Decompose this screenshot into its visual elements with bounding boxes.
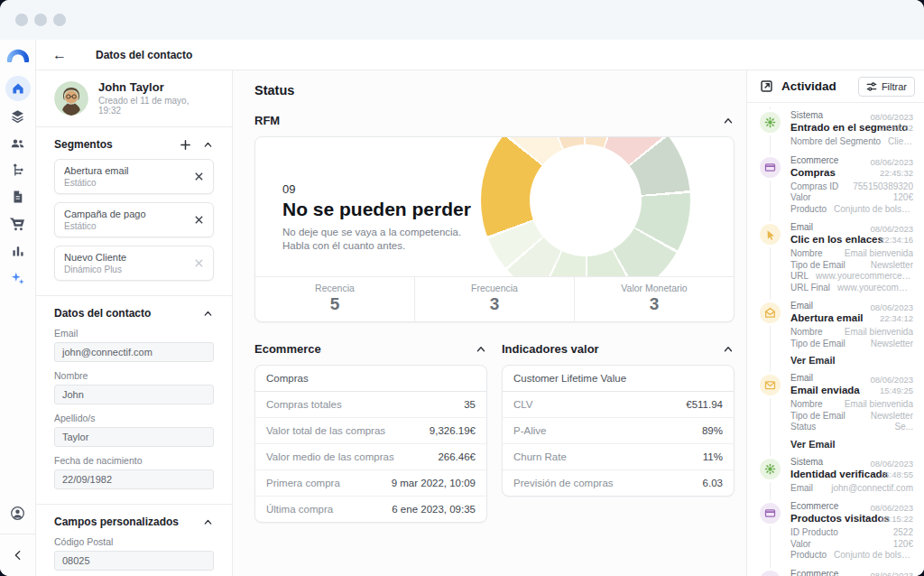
sidebar-item-ai-sparkles-icon[interactable] (5, 265, 31, 291)
rfm-segment-name: No se pueden perder (282, 199, 734, 220)
segment-name: Abertura email (64, 165, 189, 176)
filter-sliders-icon (866, 81, 877, 92)
account-icon[interactable] (5, 500, 31, 525)
rfm-stat-value: 5 (255, 294, 414, 314)
activity-item[interactable]: Sistema Entrado en el segmento 08/06/202… (760, 107, 913, 152)
sidebar-item-cart-icon[interactable] (5, 211, 31, 237)
sidebar-item-layers-icon[interactable] (5, 103, 31, 128)
segment-chip[interactable]: Abertura email Estático (54, 159, 214, 194)
rfm-stat-label: Recencia (255, 283, 414, 293)
rfm-heading: RFM (254, 114, 711, 127)
table-row: Previsión de compras 6.03 (503, 469, 734, 496)
filter-button[interactable]: Filtrar (858, 77, 915, 97)
activity-details: ID Producto 2522 Valor 120€ (790, 527, 913, 562)
activity-timestamp: 08/06/2023 15:49:25 (870, 375, 913, 396)
table-row: Valor total de las compras 9,326.19€ (255, 417, 486, 443)
purchases-table: Compras Compras totales 35 (254, 365, 487, 523)
activity-detail-row: Email john@connectif.com (790, 483, 913, 495)
field-input[interactable]: john@connectif.com (54, 342, 214, 362)
page-header: ← Datos del contacto (36, 40, 924, 70)
segment-chip[interactable]: Nuevo Cliente Dinámico Plus (54, 246, 214, 281)
activity-item[interactable]: Ecommerce Productos visitados 08/06/2023… (760, 497, 913, 565)
row-value: €511.94 (686, 399, 723, 410)
add-segment-button[interactable] (180, 139, 191, 151)
collapse-sidebar-chevron-icon[interactable] (5, 543, 31, 568)
rfm-stat-label: Valor Monetario (575, 283, 734, 293)
activity-timestamp: 08/06/2023 22:45:32 (870, 157, 913, 179)
activity-item-icon (760, 112, 781, 133)
segment-type: Estático (64, 221, 189, 231)
activity-title: Actividad (781, 79, 858, 93)
sidebar-item-contacts-icon[interactable] (5, 130, 31, 155)
remove-segment-icon[interactable] (194, 258, 204, 268)
indicators-heading: Indicadores valor (502, 342, 711, 356)
activity-detail-row: Valor 120€ (790, 539, 913, 551)
field-input[interactable]: John (54, 385, 214, 404)
segment-chip[interactable]: Campaña de pago Estático (54, 202, 214, 237)
table-row: Valor medio de las compras 266.46€ (255, 443, 486, 469)
sidebar-item-workflows-icon[interactable] (5, 157, 31, 182)
collapse-ecommerce-chevron-icon[interactable] (475, 343, 487, 356)
sidebar-item-documents-icon[interactable] (5, 184, 31, 209)
activity-timestamp: 08/06/2023 22:45:32 (870, 112, 913, 134)
credit-card-icon (764, 162, 776, 173)
view-email-link[interactable]: Ver Email (790, 439, 913, 450)
segments-list: Abertura email Estático Campaña de pago (54, 159, 214, 281)
cursor-click-icon (765, 229, 776, 240)
activity-item-icon (760, 571, 781, 576)
row-value: 266.46€ (438, 451, 476, 462)
connectif-logo-icon (6, 49, 30, 66)
activity-detail-row: Valor 120€ (790, 192, 913, 204)
window-control-dot[interactable] (15, 14, 28, 26)
collapse-rfm-chevron-icon[interactable] (722, 115, 735, 127)
activity-details: Nombre Email bienvenida Tipo de Email Ne… (790, 248, 913, 293)
rfm-stat-label: Frecuencia (415, 283, 574, 293)
remove-segment-icon[interactable] (194, 172, 204, 181)
activity-detail-row: Nombre Email bienvenida (790, 399, 913, 411)
activity-item[interactable]: Email Abertura email 08/06/2023 22:34:12 (760, 297, 913, 369)
field-input[interactable]: 22/09/1982 (54, 469, 214, 489)
view-email-link[interactable]: Ver Email (790, 355, 913, 366)
collapse-indicators-chevron-icon[interactable] (722, 343, 735, 356)
activity-detail-row: Nombre Email bienvenida (790, 248, 913, 260)
mail-sent-icon (764, 379, 776, 391)
field-label: Email (54, 328, 214, 339)
activity-item[interactable]: Sistema Identidad verificada 08/06/2023 … (760, 453, 913, 498)
activity-item[interactable]: Ecommerce Productos visitados 08/06/2023… (760, 565, 913, 576)
rfm-card: 09 No se pueden perder No deje que se va… (254, 136, 735, 322)
activity-detail-row: Compras ID 755150389320 (790, 181, 913, 193)
segments-section-title: Segmentos (54, 138, 169, 151)
row-label: Previsión de compras (513, 478, 703, 488)
collapse-details-chevron-icon[interactable] (202, 308, 214, 320)
table-row: P-Alive 89% (503, 417, 734, 443)
window-control-dot[interactable] (53, 14, 66, 26)
activity-detail-row: Producto Conjunto de bolso y bandolera (790, 204, 913, 216)
collapse-segments-chevron-icon[interactable] (202, 139, 214, 151)
main-content: Status RFM 09 No se pueden perder No dej… (233, 70, 746, 576)
sidebar-item-home[interactable] (5, 76, 31, 101)
form-field: Nombre John (54, 370, 214, 404)
back-arrow-button[interactable]: ← (52, 48, 70, 62)
activity-item[interactable]: Email Clic en los enlaces 08/06/2023 22:… (760, 218, 913, 297)
gear-icon (764, 463, 776, 475)
remove-segment-icon[interactable] (194, 215, 204, 225)
collapse-custom-chevron-icon[interactable] (202, 516, 214, 528)
field-input[interactable]: Taylor (54, 427, 214, 447)
activity-details: Compras ID 755150389320 Valor 120€ (790, 181, 913, 216)
activity-item[interactable]: Email Email enviada 08/06/2023 15:49:25 (760, 369, 913, 453)
open-activity-external-icon[interactable] (760, 79, 773, 93)
gear-icon (764, 116, 776, 128)
window-titlebar (0, 0, 924, 40)
field-input[interactable]: 08025 (54, 551, 214, 571)
contact-fields: Email john@connectif.com Nombre John (54, 328, 214, 489)
app-window: ← Datos del contacto John Taylor Creado … (0, 0, 924, 576)
rfm-stat: Valor Monetario 3 (574, 277, 734, 321)
row-label: CLV (513, 399, 686, 410)
field-label: Apellido/s (54, 413, 214, 423)
activity-item[interactable]: Ecommerce Compras 08/06/2023 22:45:32 (760, 152, 913, 219)
sidebar-item-analytics-icon[interactable] (5, 238, 31, 264)
ecommerce-section: Ecommerce Compras Compras totales (254, 342, 487, 523)
window-control-dot[interactable] (34, 14, 47, 26)
table-row: Primera compra 9 mar 2022, 10:09 (255, 469, 486, 496)
status-heading: Status (254, 83, 735, 98)
